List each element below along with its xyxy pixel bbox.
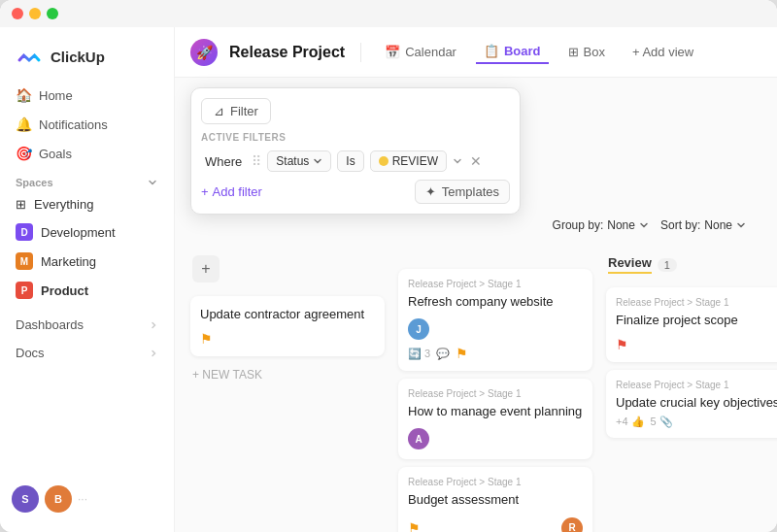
chevron-down-small <box>313 156 322 166</box>
card-footer-1: ⚑ <box>200 331 375 347</box>
tab-box[interactable]: ⊞ Box <box>560 41 613 63</box>
column-review-header: Review 1 <box>606 249 777 280</box>
card-budget[interactable]: Release Project > Stage 1 Budget assessm… <box>398 467 592 532</box>
filter-funnel-icon: ⊿ <box>214 104 224 118</box>
filter-area: ⊿ Filter ACTIVE FILTERS Where ⠿ Status I… <box>175 78 777 249</box>
maximize-dot[interactable] <box>47 8 58 19</box>
titlebar <box>0 0 777 27</box>
tab-calendar[interactable]: 📅 Calendar <box>377 41 464 63</box>
sidebar-item-everything[interactable]: ⊞ Everything <box>8 192 166 216</box>
sidebar-item-product[interactable]: P Product <box>8 277 166 304</box>
add-filter-label: Add filter <box>213 184 262 199</box>
card-update-objectives[interactable]: Release Project > Stage 1 Update crucial… <box>606 370 777 438</box>
card-title-2b: How to manage event planning <box>408 403 583 420</box>
sort-by-button[interactable]: Sort by: None <box>660 218 746 232</box>
chevron-right-icon <box>149 320 158 330</box>
sidebar-item-development[interactable]: D Development <box>8 218 166 246</box>
add-view-label: + Add view <box>632 45 693 59</box>
more-icon: ··· <box>78 492 87 506</box>
product-badge: P <box>16 282 33 299</box>
calendar-icon: 📅 <box>385 45 400 59</box>
sidebar-nav: 🏠 Home 🔔 Notifications 🎯 Goals <box>0 82 174 167</box>
add-column-button[interactable]: + <box>192 255 220 283</box>
close-dot[interactable] <box>12 8 23 19</box>
card-meta-2b: Release Project > Stage 1 <box>408 388 583 399</box>
reaction-attach: 5 📎 <box>651 416 673 428</box>
templates-button[interactable]: ✦ Templates <box>415 180 510 204</box>
groupsort-bar: Group by: None Sort by: None <box>190 215 761 240</box>
group-chevron-icon <box>639 220 649 230</box>
card-footer-2a: J <box>408 318 583 340</box>
sidebar-notifications-label: Notifications <box>39 117 108 132</box>
sort-by-label: Sort by: <box>660 218 700 232</box>
avatar-b[interactable]: B <box>45 485 72 513</box>
is-label: Is <box>346 154 355 168</box>
bell-icon: 🔔 <box>16 116 31 132</box>
sidebar-groups: Dashboards Docs <box>0 312 174 366</box>
sidebar-item-home[interactable]: 🏠 Home <box>8 82 166 109</box>
development-badge: D <box>16 223 33 241</box>
main-content: 🚀 Release Project 📅 Calendar 📋 Board ⊞ B… <box>175 27 777 532</box>
clickup-logo-icon <box>16 43 43 70</box>
card-meta-2c: Release Project > Stage 1 <box>408 477 583 487</box>
flag-yellow-icon: ⚑ <box>200 331 213 347</box>
minimize-dot[interactable] <box>29 8 41 19</box>
review-label: REVIEW <box>392 154 438 168</box>
flag-yellow-2: ⚑ <box>408 520 421 532</box>
filter-row: Where ⠿ Status Is REVIEW <box>201 150 510 172</box>
filter-is-chip[interactable]: Is <box>337 150 363 172</box>
tab-board-label: Board <box>504 44 541 58</box>
avatar-purple: A <box>408 428 429 449</box>
card-title-2a: Refresh company website <box>408 293 583 311</box>
sidebar-marketing-label: Marketing <box>41 254 96 269</box>
card-footer-2b: A <box>408 428 583 449</box>
filter-button[interactable]: ⊿ Filter <box>201 98 271 124</box>
board-icon: 📋 <box>484 44 499 58</box>
sidebar-item-notifications[interactable]: 🔔 Notifications <box>8 111 166 138</box>
sidebar-development-label: Development <box>41 225 116 240</box>
project-title: Release Project <box>229 44 345 61</box>
drag-handle-icon[interactable]: ⠿ <box>252 153 261 169</box>
new-task-btn-1[interactable]: + NEW TASK <box>190 364 385 385</box>
filter-close-button[interactable]: ✕ <box>468 151 484 171</box>
marketing-badge: M <box>16 252 33 270</box>
topbar-divider <box>360 43 361 62</box>
sidebar-item-dashboards[interactable]: Dashboards <box>8 312 166 338</box>
avatar-blue: J <box>408 318 429 340</box>
card-finalize-scope[interactable]: Release Project > Stage 1 Finalize proje… <box>606 287 777 362</box>
chevron-down-icon <box>147 177 158 188</box>
card-update-contractor[interactable]: Update contractor agreement ⚑ <box>190 296 385 356</box>
avatar-s[interactable]: S <box>12 485 39 513</box>
sidebar-item-marketing[interactable]: M Marketing <box>8 248 166 275</box>
sidebar-item-docs[interactable]: Docs <box>8 340 166 366</box>
add-filter-button[interactable]: + Add filter <box>201 184 262 199</box>
logo: ClickUp <box>0 39 174 82</box>
column-2: Release Project > Stage 1 Refresh compan… <box>398 249 592 516</box>
filter-status-chip[interactable]: Status <box>267 150 331 172</box>
plus-icon: + <box>201 184 209 199</box>
chat-icon: 💬 <box>436 348 450 360</box>
sidebar-goals-label: Goals <box>39 147 72 161</box>
spaces-section-header: Spaces <box>0 167 174 192</box>
kanban-board: + Update contractor agreement ⚑ + NEW TA… <box>175 249 777 532</box>
sidebar-item-goals[interactable]: 🎯 Goals <box>8 140 166 167</box>
card-event-planning[interactable]: Release Project > Stage 1 How to manage … <box>398 379 592 459</box>
sidebar-product-label: Product <box>41 283 88 298</box>
flag-icon: ⚑ <box>456 346 468 361</box>
group-by-value: None <box>607 218 635 232</box>
filter-review-chip[interactable]: REVIEW <box>370 150 447 172</box>
tab-board[interactable]: 📋 Board <box>476 40 549 64</box>
group-by-button[interactable]: Group by: None <box>553 218 649 232</box>
card-actions-2a: 🔄 3 💬 ⚑ <box>408 346 583 361</box>
card-footer-r1: ⚑ <box>616 337 777 352</box>
card-refresh-website[interactable]: Release Project > Stage 1 Refresh compan… <box>398 269 592 371</box>
card-reactions-r2: +4 👍 5 📎 <box>616 416 777 428</box>
card-meta-2a: Release Project > Stage 1 <box>408 279 583 289</box>
chevron-right-icon-2 <box>149 349 158 358</box>
templates-label: Templates <box>442 184 499 199</box>
card-title-r2: Update crucial key objectives <box>616 394 777 412</box>
add-view-button[interactable]: + Add view <box>625 41 701 63</box>
spaces-list: ⊞ Everything D Development M Marketing P… <box>0 192 174 304</box>
group-by-label: Group by: <box>553 218 604 232</box>
project-icon: 🚀 <box>190 39 218 66</box>
